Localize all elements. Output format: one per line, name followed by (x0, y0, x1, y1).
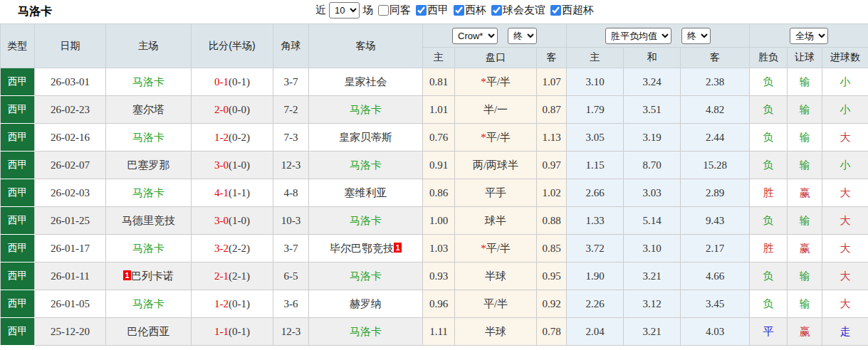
table-row: 西甲 26-01-17 马洛卡 3-2(2-2) 3-7 毕尔巴鄂竞技1 1.0… (1, 235, 868, 262)
away-team-name[interactable]: 马洛卡 (350, 215, 382, 226)
corners-cell: 4-8 (273, 179, 309, 207)
sub-header-mean-home: 主 (567, 48, 624, 68)
date-cell: 26-01-17 (35, 235, 106, 262)
result-cell: 负 (750, 262, 788, 290)
away-team-name[interactable]: 毕尔巴鄂竞技 (330, 243, 394, 254)
away-team-name[interactable]: 马洛卡 (350, 104, 382, 115)
mean-state-select[interactable]: 终 (681, 28, 711, 44)
home-team-name[interactable]: 马洛卡 (132, 243, 164, 254)
mean-away-cell: 2.38 (681, 68, 750, 96)
corners-cell: 3-7 (273, 235, 309, 262)
odds-state-select[interactable]: 终 (508, 28, 537, 44)
checkbox-friendly[interactable]: 球会友谊 (491, 4, 545, 17)
away-odds-cell: 1.07 (537, 68, 567, 96)
handicap-cell: 半球 (455, 318, 537, 346)
goals-result-cell: 小 (822, 96, 868, 124)
away-odds-cell: 1.13 (537, 124, 567, 152)
halftime-score: (1-0) (229, 159, 250, 171)
table-row: 西甲 25-12-20 巴伦西亚 1-1(0-1) 12-3 马洛卡 1.11 … (1, 318, 868, 346)
sub-header-handicap-result: 让球 (788, 48, 822, 68)
away-odds-cell: 1.02 (537, 179, 567, 207)
handicap-cell: *平/半 (455, 124, 537, 152)
home-odds-cell: 0.86 (423, 179, 455, 207)
mean-draw-cell: 3.51 (624, 96, 681, 124)
away-team-name[interactable]: 皇家贝蒂斯 (339, 132, 392, 143)
handicap-result-cell: 输 (788, 96, 822, 124)
home-team-name[interactable]: 巴塞罗那 (127, 159, 170, 171)
table-row: 西甲 26-03-01 马洛卡 0-1(0-1) 3-7 皇家社会 0.81 *… (1, 68, 868, 96)
mean-home-cell: 3.72 (567, 235, 624, 262)
home-team-name[interactable]: 塞尔塔 (132, 104, 164, 115)
goals-result-cell: 小 (822, 152, 868, 179)
handicap-star: * (481, 243, 486, 254)
goals-result-cell: 走 (822, 318, 868, 346)
same-away-checkbox[interactable] (378, 5, 389, 16)
home-team-name[interactable]: 巴伦西亚 (127, 326, 170, 337)
page-title: 马洛卡 (18, 4, 52, 19)
mean-home-cell: 1.15 (567, 152, 624, 179)
sub-header-goals: 进球数 (822, 48, 868, 68)
home-team-cell: 马洛卡 (106, 235, 192, 262)
odds-header-cell: Crow* 终 (423, 24, 567, 48)
home-team-name[interactable]: 马德里竞技 (122, 215, 175, 226)
fulltime-score: 1-2 (214, 298, 229, 309)
table-row: 西甲 26-01-05 马洛卡 1-2(0-1) 3-6 赫罗纳 0.96 平/… (1, 290, 868, 318)
halftime-score: (0-2) (229, 132, 250, 143)
home-team-name[interactable]: 马洛卡 (132, 298, 164, 309)
mean-draw-cell: 3.24 (624, 68, 681, 96)
scope-select[interactable]: 全场 (790, 28, 828, 44)
away-team-name[interactable]: 马洛卡 (350, 270, 382, 282)
league-cell: 西甲 (1, 318, 35, 346)
home-odds-cell: 1.11 (423, 318, 455, 346)
mean-home-cell: 2.04 (567, 318, 624, 346)
checkbox-same-away[interactable]: 同客 (378, 4, 411, 17)
home-team-cell: 马洛卡 (106, 124, 192, 152)
home-team-name[interactable]: 马洛卡 (132, 76, 164, 88)
handicap-result-cell: 输 (788, 262, 822, 290)
odds-company-select[interactable]: Crow* (452, 28, 498, 44)
home-team-name[interactable]: 马洛卡 (132, 132, 164, 143)
recent-count-select[interactable]: 10 (329, 2, 360, 18)
home-odds-cell: 0.96 (423, 290, 455, 318)
away-team-name[interactable]: 塞维利亚 (345, 187, 387, 198)
cup-checkbox[interactable] (454, 5, 464, 16)
away-team-name[interactable]: 赫罗纳 (350, 298, 382, 309)
handicap-cell: 两/两球半 (455, 152, 537, 179)
halftime-score: (2-1) (229, 270, 250, 282)
home-team-name[interactable]: 巴列卡诺 (131, 270, 174, 282)
away-odds-cell: 0.95 (537, 262, 567, 290)
league-checkbox[interactable] (416, 5, 427, 16)
sub-header-odds-home: 主 (423, 48, 455, 68)
handicap-result-cell: 输 (788, 124, 822, 152)
home-team-name[interactable]: 马洛卡 (132, 187, 164, 198)
supercup-checkbox[interactable] (550, 5, 561, 16)
home-team-cell: 马德里竞技 (106, 207, 192, 235)
table-row: 西甲 26-02-16 马洛卡 1-2(0-2) 7-3 皇家贝蒂斯 0.76 … (1, 124, 868, 152)
checkbox-cup[interactable]: 西杯 (454, 4, 486, 17)
score-cell: 1-2(0-2) (192, 124, 273, 152)
mean-home-cell: 1.33 (567, 207, 624, 235)
corners-cell: 12-3 (273, 152, 309, 179)
date-cell: 26-02-07 (35, 152, 106, 179)
away-team-cell: 皇家社会 (309, 68, 423, 96)
away-team-cell: 马洛卡 (309, 96, 423, 124)
goals-result-cell: 小 (822, 68, 868, 96)
date-cell: 26-02-16 (35, 124, 106, 152)
mean-away-cell: 4.66 (681, 262, 750, 290)
away-odds-cell: 0.97 (537, 152, 567, 179)
friendly-checkbox[interactable] (491, 5, 502, 16)
away-team-name[interactable]: 马洛卡 (350, 159, 382, 171)
mean-type-select[interactable]: 胜平负均值 (605, 28, 671, 44)
fulltime-score: 2-1 (214, 270, 229, 282)
result-cell: 负 (750, 290, 788, 318)
date-cell: 26-01-25 (35, 207, 106, 235)
away-team-name[interactable]: 皇家社会 (345, 76, 387, 88)
corners-cell: 3-7 (273, 68, 309, 96)
checkbox-supercup[interactable]: 西超杯 (550, 4, 594, 17)
away-odds-cell: 0.88 (537, 207, 567, 235)
checkbox-league[interactable]: 西甲 (416, 4, 449, 17)
away-team-name[interactable]: 马洛卡 (350, 326, 382, 337)
goals-result-cell: 大 (822, 207, 868, 235)
halftime-score: (0-0) (229, 104, 250, 115)
date-cell: 26-03-01 (35, 68, 106, 96)
